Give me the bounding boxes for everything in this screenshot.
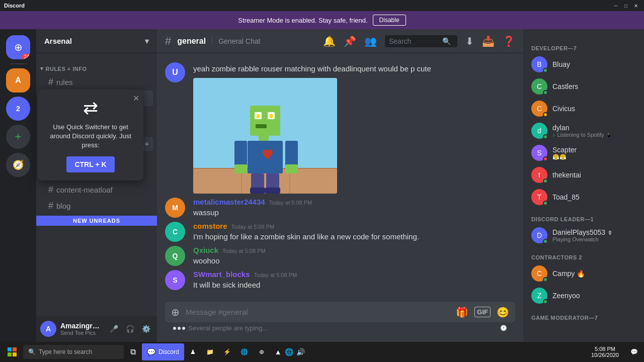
user-controls: 🎤 🎧 ⚙️ <box>107 322 153 336</box>
hash-icon: # <box>48 201 53 211</box>
app1-taskbar-button[interactable]: ⚡ <box>219 343 235 360</box>
member-item-zeenyoo[interactable]: Z Zeenyoo <box>527 285 640 307</box>
discord-taskbar-button[interactable]: 💬 Discord <box>142 343 184 360</box>
microphone-button[interactable]: 🎤 <box>107 322 121 336</box>
start-button[interactable] <box>2 343 22 360</box>
disable-streamer-button[interactable]: Disable <box>373 15 406 26</box>
member-info: Castlers <box>552 82 636 90</box>
message-author[interactable]: comstore <box>193 222 227 230</box>
app2-taskbar-button[interactable]: ⊕ <box>254 343 270 360</box>
message-text: It will be sick indeed <box>193 280 515 290</box>
member-name: Zeenyoo <box>552 292 636 300</box>
hash-icon: # <box>48 77 53 87</box>
status-dot <box>543 201 548 206</box>
gift-icon[interactable]: 🎁 <box>454 304 470 320</box>
message-author[interactable]: SWmart_blocks <box>193 270 250 279</box>
minimize-button[interactable]: ─ <box>612 2 620 10</box>
member-item-civicus[interactable]: C Civicus <box>527 98 640 120</box>
svg-rect-22 <box>13 347 17 351</box>
maximize-button[interactable]: □ <box>622 2 630 10</box>
member-status: ♪ Listening to Spotify 📱 <box>552 132 636 138</box>
hash-icon: # <box>48 185 53 195</box>
member-avatar: D <box>531 227 547 243</box>
member-category-game-moderator: GAME MODERATOR—7 <box>527 307 640 323</box>
member-item-toad85[interactable]: T Toad_85 <box>527 186 640 208</box>
member-name: Civicus <box>552 105 636 113</box>
message-author[interactable]: metalicmaster24434 <box>193 198 265 206</box>
new-unreads-bar[interactable]: NEW UNREADS <box>36 216 157 226</box>
headphone-button[interactable]: 🎧 <box>123 322 137 336</box>
chat-input[interactable] <box>186 302 450 322</box>
user-info: Amazingrob... Send Toe Pics <box>60 322 103 336</box>
chevron-icon: ▾ <box>40 65 44 72</box>
clock-date: 10/26/2020 <box>591 352 619 358</box>
channel-item-content-meatloaf[interactable]: # content-meatloaf <box>40 182 153 198</box>
typing-indicator: Several people are typing... 🕐 <box>165 322 515 334</box>
taskbar-search[interactable]: 🔍 Type here to search <box>23 345 124 359</box>
member-avatar: Z <box>531 288 547 304</box>
download-icon[interactable]: ⬇ <box>465 35 474 47</box>
status-dot <box>543 68 548 73</box>
server-icon-arsenal[interactable]: A <box>6 68 30 93</box>
member-item-danielplays[interactable]: D DanielPlays5053 🎙 Playing Overwatch <box>527 224 640 246</box>
channel-name: content-meatloaf <box>56 186 113 194</box>
add-server-button[interactable]: + <box>6 125 30 149</box>
member-item-thekentai[interactable]: t thekentai <box>527 164 640 186</box>
member-item-campy[interactable]: C Campy 🔥 <box>527 262 640 285</box>
volume-icon[interactable]: 🔊 <box>296 348 305 356</box>
status-dot <box>543 90 548 95</box>
member-info: Zeenyoo <box>552 292 636 300</box>
server-icon-discord-home[interactable]: ⊕ 74 <box>6 35 30 59</box>
task-view-button[interactable]: ⧉ <box>125 343 141 360</box>
channel-item-rules[interactable]: # rules <box>40 74 153 90</box>
message-author[interactable]: Qxiuck <box>193 246 218 254</box>
member-item-dylan[interactable]: d dylan ♪ Listening to Spotify 📱 <box>527 120 640 142</box>
channel-item-blog[interactable]: # blog <box>40 198 153 214</box>
user-status-label: Send Toe Pics <box>60 330 103 336</box>
attach-icon[interactable]: ⊕ <box>169 304 182 320</box>
close-button[interactable]: ✕ <box>632 2 640 10</box>
member-item-scapter[interactable]: S Scapter 😤😤 <box>527 142 640 164</box>
notification-button[interactable]: 💬 <box>626 343 642 360</box>
message-content: comstore Today at 5:08 PM I'm hoping for… <box>193 222 515 242</box>
search-input[interactable] <box>389 37 439 45</box>
server-header[interactable]: Arsenal ▾ <box>36 29 157 53</box>
steam-icon: ♟ <box>190 348 196 355</box>
message-content: yeah zombie rabble rouser matching with … <box>193 62 515 194</box>
svg-rect-16 <box>285 164 298 173</box>
member-avatar: C <box>531 78 547 95</box>
help-icon[interactable]: ❓ <box>503 35 515 47</box>
network-icon[interactable]: 🌐 <box>285 348 293 356</box>
members-icon[interactable]: 👥 <box>364 35 377 47</box>
search-box[interactable]: 🔍 <box>385 35 457 47</box>
inbox-icon[interactable]: 📥 <box>482 35 495 47</box>
server-name: Arsenal <box>44 37 72 45</box>
steam-taskbar-button[interactable]: ♟ <box>185 343 201 360</box>
bell-icon[interactable]: 🔔 <box>323 35 336 47</box>
channel-category-rules-info: ▾ RULES + INFO <box>36 57 157 74</box>
member-name: thekentai <box>552 171 636 179</box>
member-item-bluay[interactable]: B Bluay <box>527 53 640 75</box>
taskbar-clock[interactable]: 5:08 PM 10/26/2020 <box>585 346 625 358</box>
member-info: Bluay <box>552 60 636 68</box>
chrome-taskbar-button[interactable]: 🌐 <box>236 343 253 360</box>
member-item-castlers[interactable]: C Castlers <box>527 75 640 98</box>
discovery-icon[interactable]: 🧭 <box>6 153 30 177</box>
avatar: Q <box>165 246 185 266</box>
pin-icon[interactable]: 📌 <box>344 35 356 47</box>
member-avatar: C <box>531 265 547 282</box>
folder-taskbar-button[interactable]: 📁 <box>202 343 218 360</box>
timestamp-button[interactable]: 🕐 <box>500 325 507 331</box>
message-content: SWmart_blocks Today at 5:08 PM It will b… <box>193 270 515 290</box>
gif-icon[interactable]: GIF <box>474 307 491 317</box>
member-info: thekentai <box>552 171 636 179</box>
server-icon-2[interactable]: 2 <box>6 97 30 121</box>
up-arrow-icon[interactable]: ▲ <box>275 348 282 356</box>
message-header: Qxiuck Today at 5:08 PM <box>193 246 515 254</box>
quick-switcher-shortcut-button[interactable]: CTRL + K <box>66 156 114 172</box>
system-tray: ▲ 🌐 🔊 <box>271 348 309 356</box>
emoji-icon[interactable]: 😊 <box>495 304 511 320</box>
quick-switcher-close-button[interactable]: ✕ <box>133 94 139 103</box>
settings-button[interactable]: ⚙️ <box>139 322 153 336</box>
status-dot <box>543 112 548 117</box>
